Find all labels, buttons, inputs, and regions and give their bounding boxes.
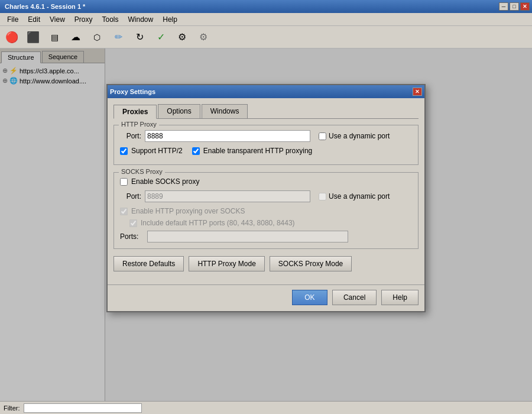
toolbar: 🔴 ⬛ ▤ ☁ ⬡ ✏ ↻ ✓ ⚙ ⚙: [0, 26, 532, 48]
window-controls: ─ □ ✕: [499, 2, 530, 11]
http-over-socks-label: Enable HTTP proxying over SOCKS: [131, 207, 245, 215]
filter-bar: Filter:: [0, 401, 532, 414]
menu-tools[interactable]: Tools: [98, 14, 124, 25]
dialog-body: Proxies Options Windows HTTP Proxy Port:…: [108, 98, 424, 284]
settings-btn[interactable]: ⚙: [173, 28, 192, 46]
http-over-socks-row: Enable HTTP proxying over SOCKS: [120, 207, 412, 215]
menu-help[interactable]: Help: [158, 14, 182, 25]
menu-proxy[interactable]: Proxy: [70, 14, 98, 25]
enable-socks-checkbox[interactable]: [120, 178, 128, 186]
dialog-tabs: Proxies Options Windows: [113, 104, 419, 119]
include-ports-checkbox[interactable]: [129, 219, 137, 227]
ports-input[interactable]: [147, 231, 348, 242]
dialog-tab-options[interactable]: Options: [158, 104, 200, 118]
socks-port-row: Port: Use a dynamic port: [120, 190, 412, 202]
http-proxy-section: HTTP Proxy Port: Use a dynamic port Supp…: [113, 125, 419, 165]
hex-btn[interactable]: ⬡: [87, 28, 106, 46]
compose-btn[interactable]: ✏: [109, 28, 128, 46]
http-dynamic-port-checkbox[interactable]: [319, 132, 326, 140]
cloud-btn[interactable]: ☁: [66, 28, 85, 46]
http-port-input[interactable]: [145, 130, 310, 142]
dialog-footer: OK Cancel Help: [108, 284, 424, 311]
http-proxy-label: HTTP Proxy: [119, 121, 159, 128]
enable-socks-label: Enable SOCKS proxy: [131, 177, 199, 186]
menu-window[interactable]: Window: [124, 14, 158, 25]
socks-proxy-section: SOCKS Proxy Enable SOCKS proxy Port: Use…: [113, 172, 419, 249]
filter-label: Filter:: [4, 405, 20, 412]
socks-port-label: Port:: [120, 192, 141, 200]
close-btn[interactable]: ✕: [520, 2, 530, 11]
socks-dynamic-port-check: Use a dynamic port: [319, 192, 390, 200]
menu-edit[interactable]: Edit: [23, 14, 45, 25]
transparent-label: Enable transparent HTTP proxying: [203, 147, 313, 155]
refresh-btn[interactable]: ↻: [130, 28, 149, 46]
minimize-btn[interactable]: ─: [499, 2, 508, 11]
http2-label: Support HTTP/2: [131, 147, 183, 155]
socks-proxy-label: SOCKS Proxy: [119, 168, 165, 175]
cancel-btn[interactable]: Cancel: [332, 290, 377, 305]
proxy-settings-dialog: Proxy Settings ✕ Proxies Options Windows…: [106, 84, 426, 312]
filter-input[interactable]: [24, 403, 142, 413]
include-ports-row: Include default HTTP ports (80, 443, 808…: [129, 219, 412, 227]
modal-overlay: Proxy Settings ✕ Proxies Options Windows…: [0, 48, 532, 401]
socks-dynamic-port-label: Use a dynamic port: [329, 192, 390, 200]
http2-checkbox[interactable]: [120, 147, 128, 155]
socks-dynamic-port-checkbox[interactable]: [319, 193, 326, 200]
dialog-tab-windows[interactable]: Windows: [202, 104, 248, 118]
help-btn[interactable]: Help: [381, 290, 419, 305]
http-dynamic-port-check: Use a dynamic port: [319, 132, 390, 140]
http2-check-row: Support HTTP/2: [120, 147, 183, 155]
check-btn[interactable]: ✓: [151, 28, 170, 46]
ports-label: Ports:: [120, 232, 144, 241]
maximize-btn[interactable]: □: [510, 2, 519, 11]
socks-port-input[interactable]: [145, 190, 310, 202]
title-bar: Charles 4.6.1 - Session 1 * ─ □ ✕: [0, 0, 532, 13]
include-ports-label: Include default HTTP ports (80, 443, 808…: [141, 219, 295, 227]
http-over-socks-checkbox[interactable]: [120, 208, 128, 215]
http-port-row: Port: Use a dynamic port: [120, 130, 412, 142]
dialog-title: Proxy Settings: [110, 88, 155, 95]
more-btn[interactable]: ⚙: [194, 28, 213, 46]
throttle-btn[interactable]: ▤: [45, 28, 64, 46]
menu-bar: File Edit View Proxy Tools Window Help: [0, 13, 532, 26]
record-btn[interactable]: 🔴: [2, 28, 21, 46]
transparent-check-row: Enable transparent HTTP proxying: [192, 147, 313, 155]
ok-btn[interactable]: OK: [292, 290, 327, 305]
http-inline-checks: Support HTTP/2 Enable transparent HTTP p…: [120, 147, 412, 159]
action-buttons: Restore Defaults HTTP Proxy Mode SOCKS P…: [113, 256, 419, 271]
http-proxy-mode-btn[interactable]: HTTP Proxy Mode: [189, 256, 264, 271]
menu-view[interactable]: View: [45, 14, 70, 25]
http-port-label: Port:: [120, 132, 141, 140]
http-dynamic-port-label: Use a dynamic port: [329, 132, 390, 140]
app-title: Charles 4.6.1 - Session 1 *: [2, 3, 85, 10]
enable-socks-row: Enable SOCKS proxy: [120, 177, 412, 186]
restore-defaults-btn[interactable]: Restore Defaults: [113, 256, 184, 271]
dialog-title-bar: Proxy Settings ✕: [108, 85, 424, 98]
stop-btn[interactable]: ⬛: [24, 28, 43, 46]
ports-row: Ports:: [120, 231, 412, 242]
dialog-tab-proxies[interactable]: Proxies: [113, 105, 157, 119]
dialog-close-btn[interactable]: ✕: [413, 88, 422, 96]
transparent-checkbox[interactable]: [192, 147, 200, 155]
menu-file[interactable]: File: [2, 14, 23, 25]
socks-proxy-mode-btn[interactable]: SOCKS Proxy Mode: [270, 256, 352, 271]
